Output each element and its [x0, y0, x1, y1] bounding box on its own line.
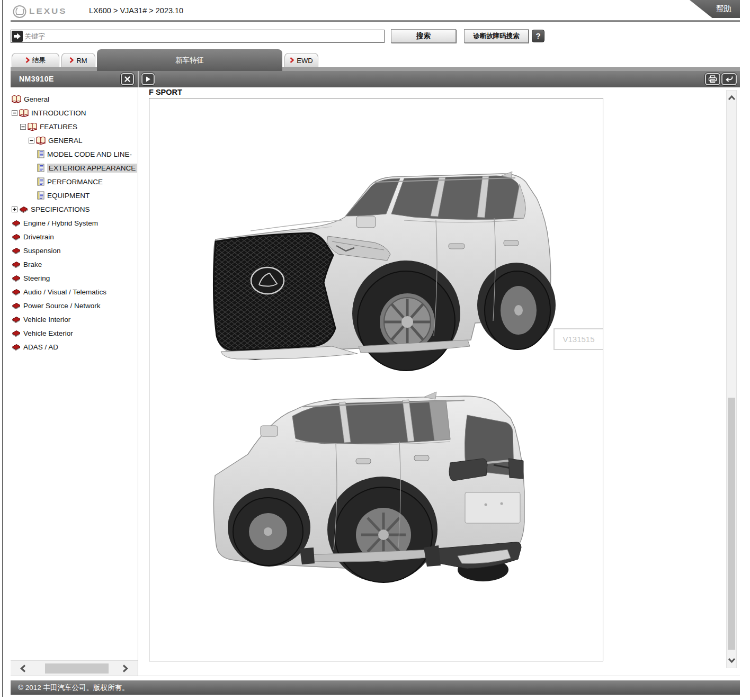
tree-item-vehicle-exterior[interactable]: Vehicle Exterior — [11, 326, 138, 340]
search-help-icon[interactable]: ? — [532, 30, 544, 42]
tree-item-exterior-appearance[interactable]: EXTERIOR APPEARANCE — [11, 161, 138, 175]
manual-code-label: NM3910E — [19, 71, 54, 87]
tab-结果[interactable]: 结果 — [12, 53, 59, 67]
content-vertical-scrollbar[interactable] — [726, 90, 737, 668]
closed-book-icon — [12, 233, 21, 241]
tree-item-label: Vehicle Interior — [23, 316, 70, 324]
navigation-tree: GeneralINTRODUCTIONFEATURESGENERALMODEL … — [11, 92, 138, 354]
tree-item-equipment[interactable]: EQUIPMENT — [11, 189, 138, 202]
help-button[interactable]: 帮助 — [690, 0, 740, 18]
collapse-icon[interactable] — [12, 110, 17, 116]
toolbar-band: NM3910E — [11, 71, 740, 87]
tree-item-audio-visual-telematics[interactable]: Audio / Visual / Telematics — [11, 285, 138, 299]
content-scrollbar-thumb[interactable] — [728, 398, 735, 650]
open-book-icon — [36, 136, 46, 145]
tab-label: RM — [76, 57, 87, 65]
tree-item-label: General — [24, 95, 49, 103]
window-edge-line — [2, 0, 3, 697]
scroll-up-icon[interactable] — [728, 95, 736, 101]
closed-book-icon — [12, 233, 21, 241]
tab-ewd[interactable]: EWD — [284, 53, 318, 67]
closed-book-icon — [12, 316, 21, 324]
lexus-logo-icon — [13, 5, 26, 19]
open-book-icon — [19, 109, 29, 117]
tab-label: 新车特征 — [175, 56, 204, 65]
tree-item-label: SPECIFICATIONS — [31, 205, 90, 213]
tree-item-general[interactable]: General — [11, 92, 138, 106]
closed-book-icon — [12, 247, 21, 255]
closed-book-icon — [12, 274, 21, 282]
open-book-icon — [12, 95, 21, 103]
tree-item-specifications[interactable]: SPECIFICATIONS — [11, 202, 138, 216]
tree-item-label: INTRODUCTION — [31, 109, 86, 117]
collapse-icon[interactable] — [29, 138, 34, 143]
tree-item-suspension[interactable]: Suspension — [11, 244, 138, 257]
red-chevron-icon — [25, 57, 30, 65]
sidebar-horizontal-scrollbar[interactable] — [11, 660, 138, 676]
tree-item-general[interactable]: GENERAL — [11, 133, 138, 147]
scroll-down-icon[interactable] — [728, 657, 736, 663]
tree-item-model-code-and-line[interactable]: MODEL CODE AND LINE- — [11, 147, 138, 161]
tree-item-label: Suspension — [23, 247, 61, 255]
red-chevron-icon — [69, 57, 74, 65]
dtc-search-button[interactable]: 诊断故障码搜索 — [464, 29, 529, 43]
tree-item-power-source-network[interactable]: Power Source / Network — [11, 299, 138, 312]
scroll-right-icon[interactable] — [121, 664, 129, 673]
rear-view-car-illustration — [197, 391, 552, 584]
close-icon — [124, 76, 131, 83]
collapse-toggle[interactable] — [29, 138, 34, 143]
tree-item-vehicle-interior[interactable]: Vehicle Interior — [11, 312, 138, 326]
closed-book-icon — [19, 205, 28, 213]
page-title: F SPORT — [149, 88, 182, 96]
document-icon — [37, 150, 44, 158]
tree-item-features[interactable]: FEATURES — [11, 120, 138, 133]
document-icon — [37, 177, 44, 186]
return-arrow-icon — [725, 76, 734, 83]
tree-item-label: Steering — [23, 274, 50, 282]
collapse-toggle[interactable] — [12, 110, 17, 116]
search-arrow-icon[interactable] — [12, 31, 23, 42]
tree-item-performance[interactable]: PERFORMANCE — [11, 175, 138, 189]
red-chevron-icon — [290, 57, 294, 63]
print-button[interactable] — [705, 73, 720, 85]
sidebar-scrollbar-thumb[interactable] — [45, 663, 109, 674]
closed-book-icon — [12, 219, 21, 227]
expand-toggle[interactable] — [12, 207, 17, 212]
collapse-icon[interactable] — [20, 124, 26, 130]
sidebar-content-divider — [138, 87, 138, 676]
document-icon — [37, 191, 44, 200]
tree-item-label: Drivetrain — [23, 233, 54, 241]
closed-book-icon — [12, 247, 21, 255]
tree-item-engine-hybrid-system[interactable]: Engine / Hybrid System — [11, 216, 138, 230]
tab-new-car-features[interactable]: 新车特征 — [97, 49, 282, 71]
figure-container: V131515 — [149, 98, 603, 661]
tab-label: EWD — [297, 57, 312, 65]
closed-book-icon — [12, 288, 21, 296]
scroll-left-icon[interactable] — [19, 664, 28, 673]
expand-pane-button[interactable] — [141, 73, 155, 85]
document-icon — [37, 164, 44, 172]
return-button[interactable] — [721, 73, 737, 85]
expand-icon[interactable] — [12, 207, 17, 212]
tree-item-adas-ad[interactable]: ADAS / AD — [11, 340, 138, 354]
search-input[interactable] — [24, 30, 382, 42]
red-chevron-icon — [290, 57, 294, 65]
printer-icon — [708, 75, 717, 83]
search-button[interactable]: 搜索 — [391, 29, 456, 43]
tree-item-steering[interactable]: Steering — [11, 271, 138, 285]
document-icon — [37, 191, 44, 200]
tree-item-introduction[interactable]: INTRODUCTION — [11, 106, 138, 120]
closed-book-icon — [19, 205, 28, 213]
tab-label: 结果 — [32, 56, 46, 65]
tree-item-label: Engine / Hybrid System — [23, 219, 98, 227]
figure-code-label: V131515 — [553, 328, 603, 350]
document-icon — [37, 177, 44, 186]
tab-rm[interactable]: RM — [61, 53, 95, 67]
close-pane-button[interactable] — [121, 73, 134, 85]
closed-book-icon — [12, 329, 21, 337]
tree-item-label: GENERAL — [48, 137, 83, 145]
closed-book-icon — [12, 261, 21, 268]
tree-item-brake[interactable]: Brake — [11, 257, 138, 271]
tree-item-drivetrain[interactable]: Drivetrain — [11, 230, 138, 244]
collapse-toggle[interactable] — [20, 124, 26, 130]
